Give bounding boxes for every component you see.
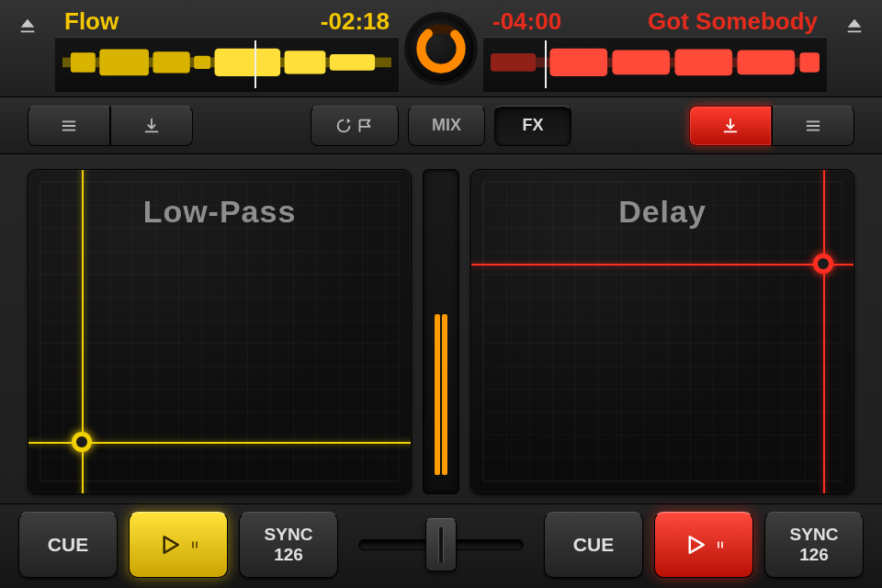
deck-a-waveform[interactable]: [55, 37, 399, 92]
svg-rect-4: [194, 56, 210, 69]
svg-rect-6: [285, 51, 326, 74]
svg-rect-7: [330, 54, 375, 71]
center-progress: [399, 0, 483, 96]
deck-a-load-button[interactable]: [110, 106, 193, 146]
eject-left-button[interactable]: [0, 0, 55, 96]
waveform-icon: [62, 46, 391, 79]
deck-b-time: -04:00: [492, 7, 561, 36]
svg-rect-12: [549, 49, 607, 76]
transport: CUE SYNC 126 CUE: [0, 503, 882, 588]
deck-b-fx-pad[interactable]: Delay: [470, 169, 854, 494]
svg-rect-5: [215, 49, 281, 76]
toolbar: MIX FX: [0, 97, 882, 154]
eject-icon: [844, 16, 865, 36]
dj-app: Flow -02:18: [0, 0, 882, 588]
deck-b-header: -04:00 Got Somebody: [483, 0, 827, 96]
play-pause-icon: [156, 531, 200, 559]
download-icon: [720, 116, 741, 136]
svg-rect-14: [674, 50, 732, 76]
mix-tab[interactable]: MIX: [408, 106, 485, 146]
loop-flag-icon: [334, 116, 376, 136]
loop-cue-button[interactable]: [311, 106, 399, 146]
deck-a-transport: CUE SYNC 126: [18, 512, 338, 578]
deck-a-title: Flow: [64, 7, 119, 36]
svg-rect-11: [491, 53, 536, 72]
svg-rect-2: [99, 50, 149, 76]
deck-a-fx-pad[interactable]: Low-Pass: [28, 169, 412, 494]
level-meter: [423, 169, 459, 494]
deck-b-title: Got Somebody: [648, 7, 818, 36]
deck-b-playhead: [545, 40, 547, 88]
deck-b-transport: CUE SYNC 126: [544, 512, 864, 578]
fx-tab[interactable]: FX: [494, 106, 571, 146]
deck-a-toolbar: [28, 106, 193, 146]
progress-ring-icon: [413, 21, 469, 76]
deck-b-play-button[interactable]: [654, 512, 753, 578]
waveform-icon: [491, 46, 820, 79]
list-icon: [59, 116, 79, 136]
sync-label: SYNC: [790, 525, 839, 545]
play-pause-icon: [682, 531, 726, 559]
deck-a-playhead: [254, 40, 256, 88]
center-tabs: MIX FX: [311, 106, 571, 146]
eject-right-button[interactable]: [827, 0, 882, 96]
deck-b-cue-button[interactable]: CUE: [544, 512, 643, 578]
svg-rect-16: [799, 52, 819, 72]
deck-a-list-button[interactable]: [28, 106, 110, 146]
deck-a-header: Flow -02:18: [55, 0, 399, 96]
deck-a-play-button[interactable]: [129, 512, 228, 578]
sync-bpm: 126: [274, 545, 303, 565]
svg-point-9: [421, 28, 460, 68]
fx-area: Low-Pass Delay: [0, 154, 882, 503]
sync-bpm: 126: [799, 545, 829, 565]
deck-b-list-button[interactable]: [772, 106, 854, 146]
download-icon: [141, 116, 162, 136]
header: Flow -02:18: [0, 0, 882, 97]
deck-a-cue-button[interactable]: CUE: [18, 512, 118, 578]
deck-b-load-button[interactable]: [689, 106, 772, 146]
eject-icon: [17, 16, 38, 36]
list-icon: [803, 116, 823, 136]
svg-rect-13: [612, 50, 670, 74]
crossfader[interactable]: [349, 513, 533, 577]
svg-rect-3: [153, 51, 189, 73]
deck-b-waveform[interactable]: [483, 37, 827, 92]
deck-a-time: -02:18: [321, 7, 390, 36]
crossfader-handle[interactable]: [425, 518, 457, 571]
svg-rect-15: [737, 50, 795, 74]
deck-b-sync-button[interactable]: SYNC 126: [764, 512, 864, 578]
deck-b-toolbar: [689, 106, 854, 146]
deck-a-sync-button[interactable]: SYNC 126: [239, 512, 338, 578]
svg-rect-1: [71, 52, 96, 72]
sync-label: SYNC: [265, 525, 313, 545]
